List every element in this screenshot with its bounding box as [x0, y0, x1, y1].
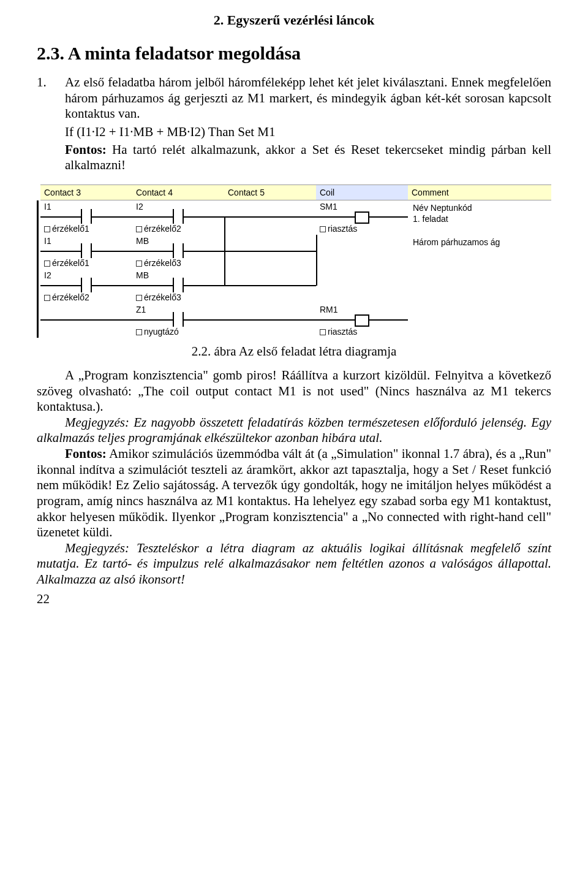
col-coil: Coil — [316, 185, 408, 200]
coil-icon — [355, 211, 369, 224]
body-p4: Megjegyzés: Teszteléskor a létra diagram… — [37, 541, 551, 588]
formula: If (I1·I2 + I1·MB + MB·I2) Than Set M1 — [65, 124, 551, 140]
list-item-1: 1. Az első feladatba három jelből háromf… — [37, 75, 551, 122]
ladder-row: Z1nyugtázóRM1riasztás — [37, 303, 551, 338]
body-p3-text: Amikor szimulációs üzemmódba vált át (a … — [37, 446, 551, 539]
coil-label: SM1 — [320, 202, 337, 211]
contact-sublabel: érzékelő3 — [136, 258, 181, 268]
ladder-header-row: Contact 3 Contact 4 Contact 5 Coil Comme… — [37, 185, 551, 200]
ladder-diagram: Contact 3 Contact 4 Contact 5 Coil Comme… — [37, 185, 551, 338]
figure-caption: 2.2. ábra Az első feladat létra diagramj… — [37, 344, 551, 359]
intro-paragraph: Az első feladatba három jelből háromféle… — [65, 75, 551, 122]
coil-label: RM1 — [320, 305, 338, 314]
section-title: 2.3. A minta feladatsor megoldása — [37, 43, 551, 64]
ladder-rail — [37, 269, 39, 303]
body-p2: Megjegyzés: Ez nagyobb összetett feladat… — [37, 415, 551, 446]
fontos-label-2: Fontos: — [65, 446, 107, 461]
contact-sublabel: nyugtázó — [136, 327, 179, 337]
contact-sublabel: érzékelő2 — [136, 224, 181, 234]
col-comment: Comment — [408, 185, 551, 200]
ladder-row: I2érzékelő2MBérzékelő3 — [37, 269, 551, 303]
contact-sublabel: érzékelő1 — [44, 258, 89, 268]
ladder-rail — [37, 235, 39, 269]
ladder-rail — [37, 303, 39, 338]
list-number: 1. — [37, 75, 65, 122]
col-contact3: Contact 3 — [40, 185, 132, 200]
ladder-comment: Három párhuzamos ág — [413, 237, 549, 248]
contact-sublabel: érzékelő3 — [136, 292, 181, 302]
col-contact5: Contact 5 — [224, 185, 316, 200]
coil-sublabel: riasztás — [320, 327, 357, 337]
ladder-row: I1érzékelő1I2érzékelő2SM1riasztásNév Nep… — [37, 200, 551, 235]
contact-sublabel: érzékelő1 — [44, 224, 89, 234]
fontos-block: Fontos: Ha tartó relét alkalmazunk, akko… — [65, 142, 551, 173]
col-contact4: Contact 4 — [132, 185, 224, 200]
fontos-text: Ha tartó relét alkalmazunk, akkor a Set … — [65, 142, 551, 173]
ladder-rail — [37, 200, 39, 235]
page-header: 2. Egyszerű vezérlési láncok — [37, 12, 551, 28]
contact-label: MB — [136, 236, 149, 246]
contact-label: I1 — [44, 236, 51, 246]
coil-sublabel: riasztás — [320, 224, 357, 234]
contact-sublabel: érzékelő2 — [44, 292, 89, 302]
contact-label: MB — [136, 270, 149, 280]
ladder-row: I1érzékelő1MBérzékelő3Három párhuzamos á… — [37, 235, 551, 269]
contact-label: I1 — [44, 202, 51, 211]
body-p1: A „Program konzisztencia" gomb piros! Rá… — [37, 368, 551, 415]
fontos-label: Fontos: — [65, 142, 107, 157]
contact-label: I2 — [136, 202, 143, 211]
contact-label: I2 — [44, 270, 51, 280]
ladder-comment: Név Neptunkód 1. feladat — [413, 203, 549, 224]
contact-label: Z1 — [136, 305, 146, 314]
page-number: 22 — [37, 592, 551, 607]
body-p3: Fontos: Amikor szimulációs üzemmódba vál… — [37, 446, 551, 541]
coil-icon — [355, 314, 369, 327]
